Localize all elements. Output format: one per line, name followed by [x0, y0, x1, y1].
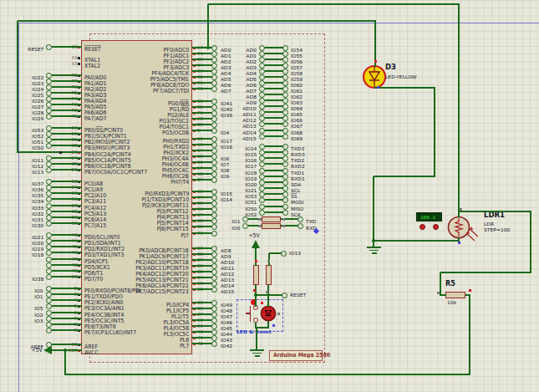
pair-wire[interactable] [265, 82, 283, 83]
terminal[interactable] [46, 131, 52, 137]
terminal[interactable] [259, 210, 265, 216]
terminal[interactable] [46, 292, 52, 298]
pair-wire[interactable] [265, 193, 283, 194]
terminal[interactable] [46, 268, 52, 274]
terminal[interactable] [259, 197, 265, 203]
wire-ldr-r5[interactable] [530, 211, 531, 273]
terminal[interactable] [259, 115, 265, 121]
terminal[interactable] [46, 161, 52, 167]
pair-wire[interactable] [265, 145, 283, 146]
pin-wire[interactable] [52, 318, 83, 318]
pin-wire[interactable] [52, 299, 83, 300]
terminal[interactable] [282, 197, 288, 203]
pair-wire[interactable] [265, 151, 283, 152]
terminal[interactable] [282, 174, 288, 180]
pair-wire[interactable] [265, 123, 283, 124]
terminal[interactable] [259, 204, 265, 210]
terminal[interactable] [46, 179, 52, 185]
terminal[interactable] [297, 216, 303, 222]
terminal[interactable] [259, 180, 265, 186]
pin-wire[interactable] [52, 288, 83, 288]
terminal[interactable] [259, 191, 265, 197]
terminal[interactable] [282, 98, 288, 104]
led-d3[interactable] [362, 64, 387, 89]
terminal[interactable] [46, 232, 52, 238]
wire-ldr-r5[interactable] [440, 294, 446, 295]
wire-a0-net[interactable] [458, 4, 459, 217]
ground-symbol[interactable] [252, 353, 262, 354]
pin-wire[interactable] [52, 312, 83, 313]
wire-5v-pullup[interactable] [255, 247, 256, 266]
wire-reset-node[interactable] [256, 294, 282, 295]
terminal[interactable] [259, 109, 265, 115]
terminal[interactable] [46, 310, 52, 316]
terminal[interactable] [46, 342, 52, 348]
wire-led-cathode[interactable] [267, 321, 268, 328]
wire-d3-cathode[interactable] [434, 88, 435, 177]
serial-wire[interactable] [248, 218, 263, 219]
terminal[interactable] [282, 121, 288, 127]
pair-wire[interactable] [265, 199, 283, 200]
terminal[interactable] [46, 84, 52, 90]
terminal[interactable] [46, 155, 52, 161]
pin-wire[interactable] [52, 169, 83, 170]
wire-group-gnd[interactable] [256, 328, 257, 349]
pair-wire[interactable] [265, 99, 283, 100]
pin-wire[interactable] [192, 88, 212, 89]
resistor-led-series[interactable] [266, 265, 272, 285]
wire-d10-led[interactable] [18, 151, 82, 152]
terminal[interactable] [282, 168, 288, 174]
terminal[interactable] [282, 180, 288, 186]
terminal[interactable] [259, 134, 265, 140]
terminal[interactable] [46, 185, 52, 191]
terminal[interactable] [259, 186, 265, 191]
pair-wire[interactable] [265, 59, 283, 59]
serial-wire[interactable] [248, 225, 263, 226]
terminal[interactable] [46, 108, 52, 114]
pair-wire[interactable] [265, 206, 283, 206]
terminal[interactable] [259, 168, 265, 174]
pair-wire[interactable] [265, 170, 283, 171]
pair-wire[interactable] [265, 70, 283, 71]
pin-wire[interactable] [52, 293, 83, 294]
terminal[interactable] [46, 298, 52, 303]
terminal[interactable] [46, 102, 52, 108]
terminal[interactable] [259, 45, 265, 51]
terminal[interactable] [259, 51, 265, 57]
terminal[interactable] [282, 80, 288, 86]
terminal[interactable] [282, 74, 288, 80]
terminal[interactable] [282, 210, 288, 216]
wire-d3-cathode[interactable] [374, 176, 435, 176]
terminal[interactable] [46, 215, 52, 221]
terminal[interactable] [46, 286, 52, 292]
terminal[interactable] [259, 57, 265, 63]
terminal[interactable] [282, 150, 288, 155]
pair-wire[interactable] [265, 211, 283, 212]
terminal[interactable] [46, 191, 52, 196]
terminal[interactable] [259, 92, 265, 98]
pair-wire[interactable] [265, 187, 283, 188]
terminal[interactable] [282, 161, 288, 167]
terminal[interactable] [46, 137, 52, 143]
terminal[interactable] [282, 186, 288, 191]
pair-wire[interactable] [265, 176, 283, 176]
terminal[interactable] [259, 80, 265, 86]
terminal[interactable] [242, 223, 248, 229]
terminal[interactable] [282, 51, 288, 57]
wire-ldr-r5[interactable] [440, 272, 440, 296]
ldr-decrease-button[interactable] [433, 224, 439, 230]
ground-symbol[interactable] [367, 247, 381, 247]
terminal[interactable] [282, 134, 288, 140]
ground-symbol[interactable] [250, 349, 264, 350]
wire-ldr-gnd[interactable] [374, 240, 460, 241]
pair-wire[interactable] [265, 181, 283, 182]
terminal[interactable] [282, 191, 288, 197]
terminal[interactable] [282, 86, 288, 92]
wire-d10-led[interactable] [18, 20, 376, 21]
pair-wire[interactable] [265, 157, 283, 158]
terminal[interactable] [282, 92, 288, 98]
wire-avcc[interactable] [52, 349, 82, 350]
pin-wire[interactable] [52, 329, 83, 330]
terminal[interactable] [46, 90, 52, 96]
terminal[interactable] [46, 125, 52, 131]
